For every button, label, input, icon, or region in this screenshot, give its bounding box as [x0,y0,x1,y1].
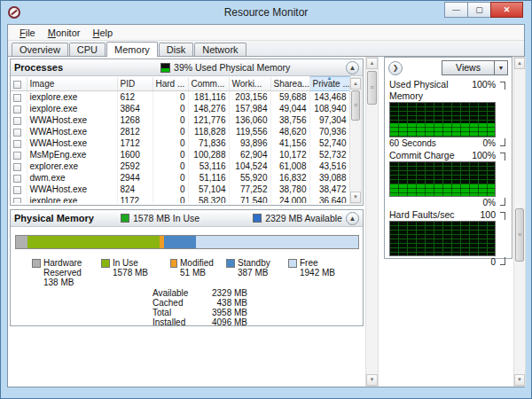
tab-overview[interactable]: Overview [12,43,68,56]
tab-disk[interactable]: Disk [159,43,193,56]
scale-bracket [500,198,505,206]
column-pid[interactable]: PID [117,77,153,91]
process-table-header-row: Image PID Hard ... Comm... Worki... Shar… [11,77,349,91]
available-status: 2329 MB Available [253,213,342,223]
legend-value: 138 MB [43,278,90,287]
legend-value: 1578 MB [113,268,159,278]
table-row[interactable]: iexplore.exe1172058,32071,54024,00036,64… [11,195,349,203]
legend-value: 51 MB [180,268,226,278]
main-scrollbar[interactable]: ▲ ▼ [365,57,379,387]
row-checkbox[interactable] [13,129,21,137]
detail-label: Installed [153,317,199,327]
legend-label: In Use [113,258,159,268]
legend-label: Free [300,258,346,268]
row-checkbox[interactable] [13,198,21,203]
table-row[interactable]: WWAHost.exe1712071,83693,89641,15652,740 [11,137,349,149]
table-row[interactable]: dwm.exe2944051,11655,92016,83239,088 [11,172,349,184]
select-all-cell [11,77,27,91]
select-all-checkbox[interactable] [13,81,21,89]
in-use-status: 1578 MB In Use [121,213,200,223]
right-scrollbar[interactable]: ▲ ▼ [513,57,526,387]
scroll-up-icon[interactable]: ▲ [366,58,378,69]
column-shareable[interactable]: Sharea... [270,77,309,91]
collapse-processes-button[interactable]: ▲ [346,61,359,74]
legend-item-hardware-reserved: Hardware Reserved138 MB [32,258,101,287]
legend-label: Modified [180,258,226,268]
views-button-label[interactable]: Views [442,60,495,75]
graph-min-label: 0 [490,256,496,268]
table-row[interactable]: explorer.exe2592053,116104,52461,00843,5… [11,160,349,172]
scrollbar-thumb[interactable] [515,208,524,262]
column-working-set[interactable]: Worki... [229,77,270,91]
memory-gauge-icon [160,63,170,73]
scroll-down-icon[interactable]: ▼ [350,192,361,203]
scroll-down-icon[interactable]: ▼ [366,374,378,386]
row-checkbox[interactable] [13,117,21,125]
scrollbar-thumb[interactable] [351,90,360,121]
title-bar[interactable]: Resource Monitor — ▢ ✕ [7,1,525,24]
column-image[interactable]: Image [27,77,117,91]
menu-monitor[interactable]: Monitor [42,26,87,40]
row-checkbox[interactable] [13,106,21,113]
memory-detail-row: Installed4096 MB [153,317,247,327]
memory-bar-segment-hardware-reserved [16,236,27,248]
table-row[interactable]: WWAHost.exe824057,10477,25238,78038,472 [11,184,349,195]
detail-label: Cached [153,298,199,308]
graph-max-label: 100% [472,150,496,161]
column-commit[interactable]: Comm... [188,77,229,91]
process-table-scrollbar[interactable]: ▲ ▼ [349,77,362,204]
row-checkbox[interactable] [13,186,21,194]
scroll-down-icon[interactable]: ▼ [514,374,525,386]
table-row[interactable]: MsMpEng.exe16000100,28862,90410,17252,73… [11,149,349,160]
scale-bracket [500,82,505,90]
views-button[interactable]: Views ▼ [442,60,508,75]
table-row[interactable]: iexplore.exe38640148,276157,98449,044108… [11,103,349,114]
legend-item-modified: Modified51 MB [170,258,226,287]
menu-file[interactable]: File [13,26,42,40]
graph-x-label: 60 Seconds [389,137,436,149]
row-checkbox[interactable] [13,175,21,183]
table-row[interactable]: WWAHost.exe12680121,776136,06038,75697,3… [11,114,349,126]
scale-bracket [500,212,505,220]
processes-panel: Processes 39% Used Physical Memory ▲ [10,59,364,206]
menu-help[interactable]: Help [86,26,119,40]
row-checkbox[interactable] [13,94,21,102]
physical-memory-panel-header: Physical Memory 1578 MB In Use 2329 MB A… [11,210,363,227]
legend-swatch [170,259,177,268]
detail-value: 2329 MB [199,288,247,298]
row-checkbox[interactable] [13,140,21,148]
scroll-up-icon[interactable]: ▲ [514,58,525,69]
memory-bar [15,235,359,249]
detail-value: 3958 MB [199,308,247,317]
tab-cpu[interactable]: CPU [69,43,106,56]
available-status-text: 2329 MB Available [265,213,342,223]
scale-bracket [500,153,505,160]
tab-memory[interactable]: Memory [106,42,158,57]
used-memory-status-text: 39% Used Physical Memory [174,62,290,73]
graph-min-label: 0% [483,197,496,208]
chevron-down-icon[interactable]: ▼ [495,60,508,75]
row-checkbox[interactable] [13,152,21,160]
app-frame: File Monitor Help Overview CPU Memory Di… [7,24,525,387]
expand-panel-button[interactable]: ❯ [388,61,403,75]
collapse-physical-memory-button[interactable]: ▲ [346,212,359,225]
row-checkbox[interactable] [13,163,21,171]
graph-title: Used Physical Memory [389,79,472,102]
table-row[interactable]: iexplore.exe6120181,116203,15659,688143,… [11,91,349,103]
scroll-up-icon[interactable]: ▲ [350,78,361,90]
close-button[interactable]: ✕ [490,2,523,18]
process-table-body: iexplore.exe6120181,116203,15659,688143,… [11,91,349,203]
column-hard-faults[interactable]: Hard ... [153,77,188,91]
memory-details: Available2329 MBCached438 MBTotal3958 MB… [153,288,247,327]
table-row[interactable]: WWAHost.exe28120118,828119,55648,62070,9… [11,126,349,137]
detail-value: 4096 MB [199,317,247,327]
legend-swatch [288,259,297,268]
tab-network[interactable]: Network [194,43,246,56]
resource-monitor-window: Resource Monitor — ▢ ✕ File Monitor Help… [0,0,532,399]
minimize-button[interactable]: — [444,2,468,18]
legend-swatch [101,259,110,268]
graphs-panel: ❯ Views ▼ Used Physical Memory 100% [384,57,512,259]
scrollbar-thumb[interactable] [367,71,377,105]
maximize-button[interactable]: ▢ [467,2,491,18]
column-private[interactable]: ▲ Private ... [309,77,349,91]
